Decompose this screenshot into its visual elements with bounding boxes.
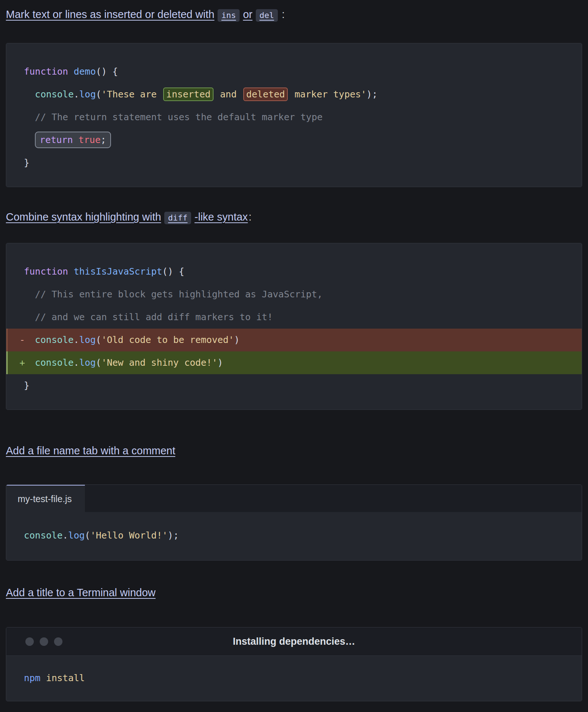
code-token: log [68,530,85,541]
code-token: log [79,357,96,368]
inline-code-ins[interactable]: ins [218,9,240,22]
code-token [68,266,74,277]
window-dot [40,637,48,646]
code-token: function [24,266,68,277]
terminal-title: Installing dependencies… [233,636,355,647]
code-body: function demo() { console.log('These are… [6,43,582,187]
page: Mark text or lines as inserted or delete… [0,0,588,701]
default-marker-box: return true; [35,132,111,148]
inserted-marker: inserted [163,87,213,101]
code-block-file-tab: my-test-file.js console.log('Hello World… [6,484,582,561]
code-token: ) [234,334,240,345]
code-line: // and we can still add diff markers to … [6,306,582,329]
code-line: console.log('These are inserted and dele… [6,83,582,106]
terminal-body: npm install [6,656,582,701]
code-line: npm install [6,667,582,690]
file-tab[interactable]: my-test-file.js [6,485,85,512]
code-token: . [62,530,68,541]
diff-added-line: +console.log('New and shiny code!') [6,351,582,374]
heading-colon: : [282,8,285,20]
code-token: 'Old code to be removed' [101,334,234,345]
code-token [24,112,35,122]
code-token: ) [218,357,223,368]
code-token: . [74,334,79,345]
code-token: log [79,89,96,100]
code-token: console [24,530,62,541]
diff-marker-plus: + [19,351,35,374]
inline-code-diff[interactable]: diff [164,212,191,224]
code-body: console.log('Hello World!'); [6,512,582,560]
file-tab-label: my-test-file.js [18,494,72,504]
heading-link-file-tab[interactable]: Add a file name tab with a comment [6,445,175,457]
code-line: } [6,151,582,174]
window-dots [25,627,62,656]
heading-row-terminal: Add a title to a Terminal window [6,586,582,600]
code-token: . [74,357,79,368]
terminal-header: Installing dependencies… [6,627,582,656]
code-token: console [35,357,74,368]
code-token: demo [74,66,96,77]
code-token [24,289,35,300]
inline-code-del[interactable]: del [256,9,278,22]
code-token: } [24,157,29,168]
code-token: npm [24,673,40,683]
code-line: function thisIsJavaScript() { [6,260,582,283]
code-token: and [215,89,242,100]
window-dot [25,637,34,646]
code-token: ( [96,334,101,345]
diff-removed-line: -console.log('Old code to be removed') [6,329,582,351]
heading-text: -like syntax [194,211,248,223]
window-dot [54,637,62,646]
code-block-markers: function demo() { console.log('These are… [6,43,582,187]
code-token: ( [85,530,90,541]
code-token: ); [366,89,377,100]
code-token: . [74,89,79,100]
heading-row-file-tab: Add a file name tab with a comment [6,444,582,458]
code-comment: // and we can still add diff markers to … [35,312,273,322]
heading-row-ins-del: Mark text or lines as inserted or delete… [6,7,582,22]
code-token: marker types' [289,89,366,100]
heading-link-terminal[interactable]: Add a title to a Terminal window [6,587,155,598]
code-token: ( [96,357,101,368]
code-token: ( [96,89,101,100]
code-body: function thisIsJavaScript() { // This en… [6,243,582,409]
code-line: function demo() { [6,60,582,83]
terminal-window: Installing dependencies… npm install [6,627,582,701]
code-token [24,89,35,100]
code-token: return [40,135,73,145]
heading-text: Combine syntax highlighting with [6,211,161,223]
code-token [68,66,74,77]
code-token: console [35,334,74,345]
diff-marker-minus: - [19,329,35,351]
code-comment: // This entire block gets highlighted as… [35,289,323,300]
code-block-diff: function thisIsJavaScript() { // This en… [6,243,582,410]
code-token: 'Hello World!' [90,530,168,541]
code-token: ); [168,530,179,541]
deleted-marker: deleted [243,87,288,101]
code-token: true [78,135,100,145]
file-tab-bar: my-test-file.js [6,485,582,512]
code-token: 'New and shiny code!' [101,357,218,368]
code-token [24,135,35,145]
code-token: log [79,334,96,345]
code-token [40,673,46,683]
heading-link-diff[interactable]: Combine syntax highlighting withdiff-lik… [6,211,248,223]
heading-row-diff: Combine syntax highlighting withdiff-lik… [6,210,582,225]
heading-text: Mark text or lines as inserted or delete… [6,8,214,20]
code-token: () { [162,266,184,277]
heading-link-ins-del[interactable]: Mark text or lines as inserted or delete… [6,8,281,20]
code-token: install [46,673,85,683]
code-token: function [24,66,68,77]
code-token: ; [101,135,106,145]
code-token: } [24,380,29,391]
code-comment: // The return statement uses the default… [35,112,323,122]
code-token: 'These are [101,89,162,100]
heading-colon: : [248,211,251,223]
heading-text: or [243,8,252,20]
code-line: return true; [6,129,582,151]
code-line: console.log('Hello World!'); [6,524,582,547]
code-line: // The return statement uses the default… [6,106,582,129]
code-token [73,135,78,145]
code-token [24,312,35,322]
code-token: () { [96,66,118,77]
